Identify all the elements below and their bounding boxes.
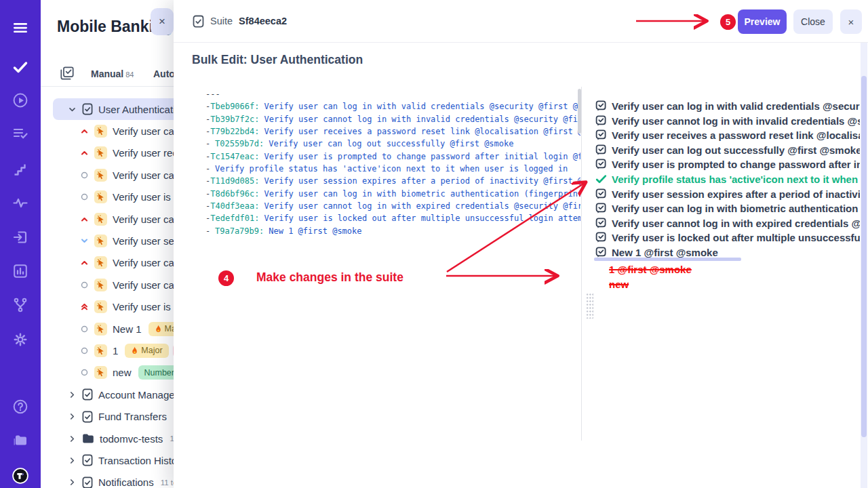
preview-item-text: Verify user cannot log in with invalid c… bbox=[612, 115, 860, 127]
tree-item-label: todomvc-tests bbox=[100, 433, 163, 445]
tree-item-label: Transaction History bbox=[98, 455, 186, 466]
preview-item: Verify user receives a password reset li… bbox=[595, 128, 860, 143]
preview-item: Verify user is prompted to change passwo… bbox=[595, 157, 860, 172]
manual-test-icon bbox=[94, 300, 107, 313]
preview-button[interactable]: Preview bbox=[738, 9, 787, 34]
test-checkbox-icon bbox=[595, 129, 607, 141]
tree-item-label: Notifications bbox=[98, 476, 154, 488]
expander-chevron-icon[interactable] bbox=[68, 478, 77, 487]
projects-folder-icon[interactable] bbox=[12, 432, 28, 449]
priority-icon bbox=[80, 148, 89, 157]
preview-item: Verify user can log in with biometric au… bbox=[595, 201, 860, 216]
test-checkbox-icon bbox=[595, 203, 607, 214]
preview-divider bbox=[594, 258, 741, 261]
menu-icon[interactable] bbox=[12, 20, 28, 36]
suite-file-icon bbox=[82, 411, 93, 423]
suite-file-icon bbox=[82, 454, 93, 466]
tab-manual[interactable]: Manual84 bbox=[91, 68, 134, 79]
suite-file-icon bbox=[82, 476, 93, 488]
expander-chevron-icon[interactable] bbox=[68, 456, 77, 465]
priority-icon bbox=[80, 215, 89, 224]
preview-item-text: Verify profile status has 'active'icon n… bbox=[612, 174, 860, 185]
code-line: -T40df3eaa:Verify user cannot log in wit… bbox=[205, 200, 580, 212]
sign-in-icon[interactable] bbox=[12, 229, 28, 245]
plans-checklist-icon[interactable] bbox=[12, 125, 28, 142]
manual-test-icon bbox=[94, 125, 107, 138]
preview-item: Verify profile status has 'active'icon n… bbox=[595, 172, 860, 187]
tree-item-label: new bbox=[113, 367, 132, 378]
app-icon-rail bbox=[0, 0, 41, 488]
flame-icon bbox=[131, 346, 138, 355]
expander-chevron-icon[interactable] bbox=[68, 434, 77, 443]
pane-resize-handle[interactable] bbox=[586, 293, 593, 319]
preview-item-text: Verify user is locked out after multiple… bbox=[612, 232, 860, 243]
code-line: -T79b22bd4:Verify user receives a passwo… bbox=[205, 125, 580, 138]
steps-icon[interactable] bbox=[12, 161, 28, 178]
added-check-icon bbox=[595, 174, 607, 185]
manual-test-icon bbox=[94, 366, 107, 379]
preview-item: Verify user cannot log in with invalid c… bbox=[595, 114, 860, 129]
test-checkbox-icon bbox=[595, 218, 607, 229]
tree-item-label: Fund Transfers bbox=[98, 411, 167, 422]
priority-icon bbox=[80, 302, 89, 311]
manual-test-icon bbox=[94, 256, 107, 269]
priority-icon bbox=[80, 368, 89, 377]
help-icon[interactable] bbox=[12, 399, 28, 415]
preview-item: Verify user can log out successfully @fi… bbox=[595, 143, 860, 158]
modal-scrollbar-track[interactable] bbox=[861, 43, 867, 488]
branch-fork-icon[interactable] bbox=[12, 297, 28, 313]
editor-scrollbar-thumb[interactable] bbox=[578, 89, 581, 134]
code-line: -Tbeb9066f:Verify user can log in with v… bbox=[205, 100, 580, 113]
preview-item-text: Verify user can log in with valid creden… bbox=[612, 100, 860, 112]
code-line: -T8d6bf96c:Verify user can log in with b… bbox=[205, 188, 580, 200]
yaml-editor[interactable]: --- -Tbeb9066f:Verify user can log in wi… bbox=[205, 88, 580, 442]
runs-play-icon[interactable] bbox=[12, 92, 28, 108]
removed-item-text: 1 @first @smoke bbox=[609, 262, 692, 277]
preview-item: Verify user can log in with valid creden… bbox=[595, 99, 860, 114]
manual-test-icon bbox=[94, 190, 107, 203]
user-avatar[interactable] bbox=[8, 464, 33, 488]
preview-item: Verify user is locked out after multiple… bbox=[595, 230, 860, 245]
manual-test-icon bbox=[94, 323, 107, 336]
tests-check-icon[interactable] bbox=[12, 59, 28, 75]
expander-chevron-icon[interactable] bbox=[68, 412, 77, 421]
priority-icon bbox=[80, 127, 89, 136]
tree-item-label: 1 bbox=[113, 345, 118, 357]
removed-item-text: new bbox=[609, 277, 692, 292]
suite-file-icon bbox=[82, 388, 93, 401]
code-line: -T02559b7d:Verify user can log out succe… bbox=[205, 138, 580, 150]
expander-chevron-icon[interactable] bbox=[68, 105, 77, 114]
sidebar-close-button[interactable]: × bbox=[151, 8, 174, 35]
preview-item-text: Verify user can log in with biometric au… bbox=[612, 203, 860, 214]
settings-gear-icon[interactable] bbox=[12, 331, 28, 348]
flame-icon bbox=[155, 325, 162, 333]
priority-icon bbox=[80, 325, 89, 333]
tree-item-badge: Major bbox=[125, 344, 168, 358]
expander-chevron-icon[interactable] bbox=[68, 390, 77, 399]
close-button[interactable]: Close bbox=[793, 9, 833, 34]
test-checkbox-icon bbox=[595, 188, 607, 200]
preview-item-text: New 1 @first @smoke bbox=[612, 247, 718, 258]
modal-header: Suite Sf84eeca2 Preview Close × bbox=[174, 0, 868, 43]
bulk-edit-title: Bulk Edit: User Authentication bbox=[192, 53, 363, 67]
code-line: -Tb39b7f2c:Verify user cannot log in wit… bbox=[205, 113, 580, 125]
manual-test-icon bbox=[94, 169, 107, 182]
priority-icon bbox=[80, 192, 89, 201]
manual-test-icon bbox=[94, 235, 107, 247]
suite-id: Sf84eeca2 bbox=[239, 16, 287, 26]
test-checkbox-icon bbox=[595, 100, 607, 112]
preview-item-text: Verify user can log out successfully @fi… bbox=[612, 144, 860, 156]
preview-item-text: Verify user cannot log in with expired c… bbox=[612, 218, 860, 229]
manual-test-icon bbox=[94, 279, 107, 291]
priority-icon bbox=[80, 237, 89, 245]
editor-scrollbar-track[interactable] bbox=[581, 87, 582, 441]
code-line: -T11d9d085:Verify user session expires a… bbox=[205, 175, 580, 187]
modal-scrollbar-thumb[interactable] bbox=[861, 76, 867, 437]
reports-chart-icon[interactable] bbox=[12, 263, 28, 279]
priority-icon bbox=[80, 171, 89, 180]
tab-manual-count: 84 bbox=[125, 70, 134, 79]
modal-x-button[interactable]: × bbox=[840, 9, 862, 34]
manual-tests-icon bbox=[60, 66, 75, 81]
code-line: -T9a7a79b9:New 1 @first @smoke bbox=[205, 225, 580, 237]
pulse-activity-icon[interactable] bbox=[12, 195, 28, 211]
